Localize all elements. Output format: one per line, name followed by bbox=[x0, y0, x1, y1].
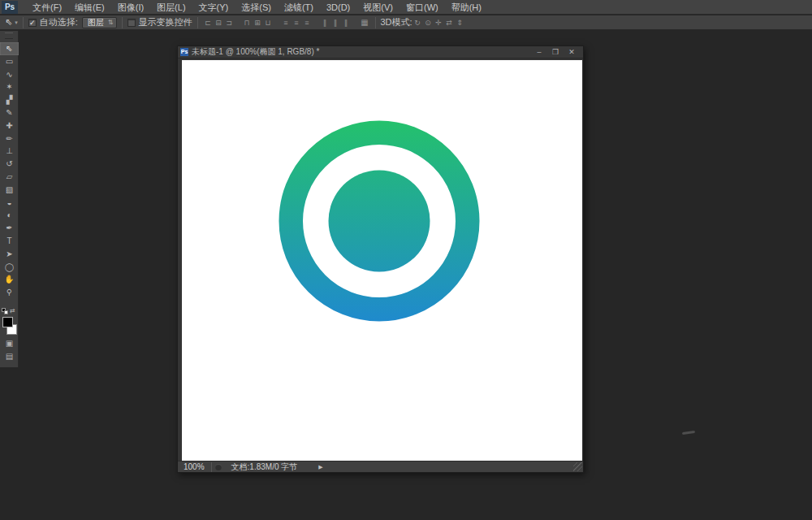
stepper-arrows-icon: ⇅ bbox=[108, 19, 114, 26]
default-colors-icon[interactable] bbox=[2, 308, 9, 314]
show-transform-checkbox[interactable] bbox=[127, 19, 136, 27]
3d-mode-buttons: ↻⊙✛⇄⇕ bbox=[412, 17, 465, 28]
align-buttons: ⊏⊟⊐⊓⊞⊔≡≡≡∥∥∥ bbox=[203, 17, 352, 28]
auto-align-layers-icon[interactable]: ▦ bbox=[360, 17, 370, 28]
align-right-edges-icon[interactable]: ⊐ bbox=[224, 17, 235, 28]
distribute-right-edges-icon[interactable]: ∥ bbox=[341, 17, 352, 28]
screen-mode-button[interactable]: ▤ bbox=[0, 352, 19, 361]
divider bbox=[23, 17, 24, 28]
window-resize-grip[interactable] bbox=[573, 462, 582, 471]
default-background-swatch bbox=[4, 310, 8, 314]
foreground-color-swatch[interactable] bbox=[2, 317, 13, 327]
eyedropper-tool[interactable]: ✎ bbox=[0, 106, 19, 119]
hand-tool[interactable]: ✋ bbox=[0, 273, 19, 286]
path-selection-tool[interactable]: ➤ bbox=[0, 248, 19, 261]
pen-tool[interactable]: ✒ bbox=[0, 222, 19, 235]
3d-mode-label: 3D模式: bbox=[381, 16, 412, 28]
3d-scale-icon[interactable]: ⇕ bbox=[455, 17, 465, 28]
distribute-horizontal-centers-icon[interactable]: ∥ bbox=[330, 17, 341, 28]
move-tool[interactable]: ⇖ bbox=[0, 42, 19, 55]
gradient-tool[interactable]: ▧ bbox=[0, 184, 19, 197]
document-title: 未标题-1 @ 100%(椭圆 1, RGB/8) * bbox=[192, 46, 531, 58]
history-brush-tool[interactable]: ↺ bbox=[0, 158, 19, 171]
dodge-tool[interactable]: ◐ bbox=[0, 209, 19, 222]
menu-image[interactable]: 图像(I) bbox=[111, 0, 150, 15]
restore-button[interactable]: ❐ bbox=[547, 48, 564, 56]
menu-window[interactable]: 窗口(W) bbox=[400, 0, 445, 15]
panel-grip[interactable] bbox=[5, 32, 13, 39]
auto-select-target-dropdown[interactable]: 图层 ⇅ bbox=[82, 17, 117, 28]
quick-selection-tool[interactable]: ✶ bbox=[0, 80, 19, 93]
move-tool-icon: ⇖ bbox=[5, 17, 12, 28]
divider bbox=[211, 462, 212, 472]
align-left-edges-icon[interactable]: ⊏ bbox=[203, 17, 214, 28]
menu-help[interactable]: 帮助(H) bbox=[445, 0, 488, 15]
menu-filter[interactable]: 滤镜(T) bbox=[278, 0, 320, 15]
menu-view[interactable]: 视图(V) bbox=[356, 0, 400, 15]
status-field: 文档:1.83M/0 字节 ▶ bbox=[215, 462, 323, 473]
status-indicator-icon bbox=[215, 464, 222, 470]
status-flyout-button[interactable]: ▶ bbox=[318, 464, 322, 470]
menu-items: 文件(F)编辑(E)图像(I)图层(L)文字(Y)选择(S)滤镜(T)3D(D)… bbox=[26, 0, 488, 15]
marquee-tool[interactable]: ▭ bbox=[0, 55, 19, 68]
3d-slide-icon[interactable]: ⇄ bbox=[444, 17, 455, 28]
divider bbox=[122, 17, 123, 28]
document-title-bar[interactable]: Ps 未标题-1 @ 100%(椭圆 1, RGB/8) * – ❐ ✕ bbox=[178, 46, 583, 58]
lasso-tool[interactable]: ∿ bbox=[0, 68, 19, 81]
close-button[interactable]: ✕ bbox=[564, 48, 580, 56]
tools-panel: ⇖▭∿✶▞✎✚✏⊥↺▱▧◒◐✒T➤◯✋⚲ ⇄ ▣ ▤ bbox=[0, 31, 19, 367]
healing-brush-tool[interactable]: ✚ bbox=[0, 119, 19, 132]
minimize-button[interactable]: – bbox=[531, 48, 547, 56]
tool-preset-picker[interactable]: ⇖ ▾ bbox=[5, 17, 18, 28]
divider bbox=[197, 17, 198, 28]
3d-drag-icon[interactable]: ✛ bbox=[434, 17, 444, 28]
show-transform-label: 显示变换控件 bbox=[139, 16, 192, 28]
tool-buttons: ⇖▭∿✶▞✎✚✏⊥↺▱▧◒◐✒T➤◯✋⚲ bbox=[0, 42, 18, 299]
document-size-info: 文档:1.83M/0 字节 bbox=[231, 462, 298, 473]
menu-select[interactable]: 选择(S) bbox=[235, 0, 278, 15]
distribute-left-edges-icon[interactable]: ∥ bbox=[320, 17, 330, 28]
photoshop-app: Ps 文件(F)编辑(E)图像(I)图层(L)文字(Y)选择(S)滤镜(T)3D… bbox=[0, 0, 812, 520]
brush-tool[interactable]: ✏ bbox=[0, 132, 19, 145]
zoom-tool[interactable]: ⚲ bbox=[0, 286, 19, 299]
align-horizontal-centers-icon[interactable]: ⊟ bbox=[214, 17, 224, 28]
document-status-bar: 100% 文档:1.83M/0 字节 ▶ bbox=[178, 461, 583, 472]
distribute-vertical-centers-icon[interactable]: ≡ bbox=[292, 17, 302, 28]
distribute-bottom-edges-icon[interactable]: ≡ bbox=[302, 17, 313, 28]
crop-tool[interactable]: ▞ bbox=[0, 93, 19, 106]
menu-bar: Ps 文件(F)编辑(E)图像(I)图层(L)文字(Y)选择(S)滤镜(T)3D… bbox=[0, 0, 812, 15]
document-ps-icon: Ps bbox=[180, 48, 188, 56]
3d-roll-icon[interactable]: ⊙ bbox=[423, 17, 434, 28]
divider bbox=[375, 17, 376, 28]
clone-stamp-tool[interactable]: ⊥ bbox=[0, 145, 19, 158]
logo-artwork bbox=[182, 60, 582, 462]
window-controls: – ❐ ✕ bbox=[531, 48, 580, 56]
menu-edit[interactable]: 编辑(E) bbox=[68, 0, 111, 15]
type-tool[interactable]: T bbox=[0, 235, 19, 248]
menu-3d[interactable]: 3D(D) bbox=[320, 0, 356, 15]
auto-select-checkbox[interactable]: ✓ bbox=[28, 19, 37, 27]
photoshop-logo: Ps bbox=[2, 1, 18, 14]
logo-inner-circle bbox=[329, 171, 430, 272]
auto-select-label: 自动选择: bbox=[40, 16, 78, 28]
stray-mark bbox=[682, 431, 695, 435]
align-top-edges-icon[interactable]: ⊓ bbox=[242, 17, 253, 28]
menu-type[interactable]: 文字(Y) bbox=[192, 0, 235, 15]
ellipse-shape-tool[interactable]: ◯ bbox=[0, 261, 19, 274]
menu-file[interactable]: 文件(F) bbox=[26, 0, 68, 15]
eraser-tool[interactable]: ▱ bbox=[0, 171, 19, 184]
quick-mask-button[interactable]: ▣ bbox=[0, 339, 19, 348]
zoom-level-field[interactable]: 100% bbox=[178, 462, 211, 471]
align-vertical-centers-icon[interactable]: ⊞ bbox=[253, 17, 263, 28]
blur-tool[interactable]: ◒ bbox=[0, 197, 19, 210]
3d-rotate-icon[interactable]: ↻ bbox=[412, 17, 423, 28]
auto-select-target-value: 图层 bbox=[88, 17, 104, 28]
menu-layer[interactable]: 图层(L) bbox=[150, 0, 192, 15]
document-canvas[interactable] bbox=[182, 60, 582, 462]
chevron-down-icon: ▾ bbox=[15, 20, 18, 26]
document-window: Ps 未标题-1 @ 100%(椭圆 1, RGB/8) * – ❐ ✕ bbox=[177, 46, 584, 473]
distribute-top-edges-icon[interactable]: ≡ bbox=[281, 17, 292, 28]
swap-colors-icon[interactable]: ⇄ bbox=[10, 307, 15, 314]
align-bottom-edges-icon[interactable]: ⊔ bbox=[263, 17, 274, 28]
options-bar: ⇖ ▾ ✓ 自动选择: 图层 ⇅ 显示变换控件 ⊏⊟⊐⊓⊞⊔≡≡≡∥∥∥ ▦ 3… bbox=[0, 15, 812, 30]
